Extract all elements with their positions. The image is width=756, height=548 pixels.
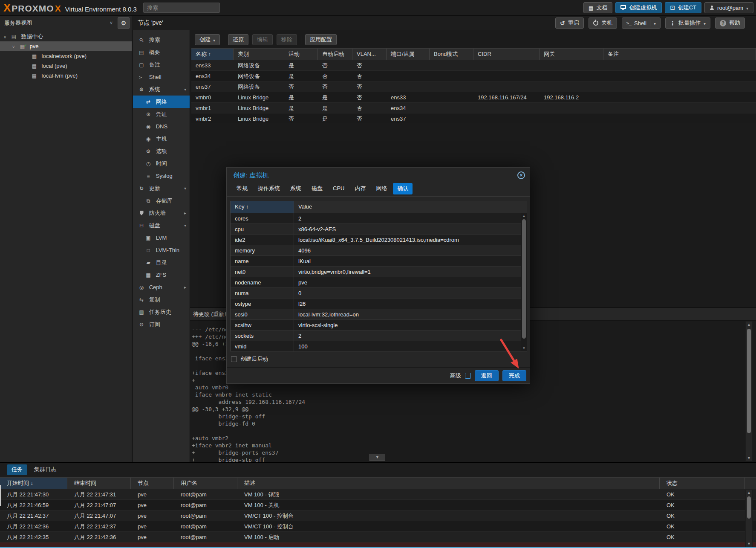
wizard-tab[interactable]: 操作系统 — [254, 183, 284, 194]
docs-button[interactable]: 文档 — [583, 2, 612, 13]
column-key[interactable]: Key ↑ — [231, 201, 294, 213]
network-row[interactable]: vmbr1 Linux Bridge 是 是 否 ens34 — [191, 103, 756, 113]
scroll-down-icon[interactable]: ▼ — [746, 541, 752, 547]
nav-item[interactable]: Shell — [133, 71, 190, 83]
nav-item[interactable]: 时间 — [133, 157, 190, 170]
nav-item[interactable]: DNS — [133, 120, 190, 133]
nav-item[interactable]: 复制 — [133, 293, 190, 306]
column-ports[interactable]: 端口/从属 — [387, 49, 430, 60]
user-menu-button[interactable]: root@pam — [704, 2, 753, 13]
task-row[interactable]: 八月 22 21:42:36 八月 22 21:42:37 pve root@p… — [0, 521, 756, 532]
tree-item[interactable]: local (pve) — [0, 61, 132, 71]
column-username[interactable]: 用户名 — [174, 478, 237, 489]
scroll-down-icon[interactable]: ▼ — [746, 455, 752, 461]
wizard-tab[interactable]: CPU — [329, 183, 349, 194]
tab-cluster-log[interactable]: 集群日志 — [29, 464, 61, 475]
task-row[interactable]: 八月 22 21:42:35 八月 22 21:42:36 pve root@p… — [0, 532, 756, 542]
create-vm-button[interactable]: 创建虚拟机 — [615, 2, 662, 13]
nav-item[interactable]: 搜索 — [133, 34, 190, 46]
create-button[interactable]: 创建 — [195, 34, 220, 45]
wizard-tab[interactable]: 系统 — [286, 183, 306, 194]
nav-item[interactable]: LVM-Thin — [133, 244, 190, 256]
nav-item[interactable]: Ceph ▸ — [133, 281, 190, 293]
tree-item[interactable]: localnetwork (pve) — [0, 51, 132, 61]
network-row[interactable]: ens34 网络设备 是 否 否 — [191, 71, 756, 81]
nav-item[interactable]: 订阅 — [133, 318, 190, 331]
tree-caret-icon[interactable]: ∨ — [3, 32, 10, 42]
network-row[interactable]: vmbr0 Linux Bridge 是 是 否 ens33 192.168.1… — [191, 92, 756, 103]
scrollbar-thumb[interactable] — [747, 329, 751, 433]
tree-item[interactable]: local-lvm (pve) — [0, 71, 132, 81]
kv-row[interactable]: numa 0 — [231, 288, 527, 299]
network-row[interactable]: vmbr2 Linux Bridge 否 是 否 ens37 — [191, 113, 756, 124]
tree-settings-button[interactable] — [118, 17, 130, 29]
remove-button[interactable]: 移除 — [277, 34, 297, 45]
task-row[interactable]: 八月 22 21:46:59 八月 22 21:47:07 pve root@p… — [0, 500, 756, 510]
column-type[interactable]: 类别 — [234, 49, 284, 60]
column-end-time[interactable]: 结束时间 — [67, 478, 131, 489]
nav-item[interactable]: 磁盘 ▾ — [133, 219, 190, 232]
start-after-created-checkbox[interactable] — [231, 356, 237, 362]
kv-row[interactable]: vmid 100 — [231, 341, 527, 352]
column-gateway[interactable]: 网关 — [540, 49, 603, 60]
help-button[interactable]: ? 帮助 — [715, 17, 745, 29]
scroll-corner-button[interactable]: ▼ — [369, 454, 385, 461]
column-comment[interactable]: 备注 — [603, 49, 756, 60]
revert-button[interactable]: 还原 — [228, 34, 248, 45]
scrollbar-thumb[interactable] — [747, 496, 751, 519]
back-button[interactable]: 返回 — [475, 370, 499, 381]
network-row[interactable]: ens33 网络设备 是 否 否 — [191, 60, 756, 71]
kv-row[interactable]: sockets 2 — [231, 331, 527, 341]
column-description[interactable]: 描述 — [237, 478, 660, 489]
tab-tasks[interactable]: 任务 — [7, 464, 27, 475]
column-active[interactable]: 活动 — [284, 49, 318, 60]
column-start-time[interactable]: 开始时间 ↓ — [0, 478, 67, 489]
nav-item[interactable]: LVM — [133, 232, 190, 244]
nav-item[interactable]: 网络 — [133, 96, 190, 108]
task-row[interactable]: 八月 22 21:42:37 八月 22 21:47:07 pve root@p… — [0, 510, 756, 521]
nav-item[interactable]: 凭证 — [133, 108, 190, 120]
kv-row[interactable]: cores 2 — [231, 213, 527, 224]
shutdown-button[interactable]: 关机 — [589, 17, 617, 29]
view-selector[interactable]: 服务器视图 ∨ — [0, 16, 132, 30]
task-row[interactable]: 八月 22 21:47:30 八月 22 21:47:31 pve root@p… — [0, 489, 756, 500]
column-status[interactable]: 状态 — [660, 478, 745, 489]
kv-row[interactable]: scsi0 local-lvm:32,iothread=on — [231, 309, 527, 320]
kv-row[interactable]: net0 virtio,bridge=vmbr0,firewall=1 — [231, 267, 527, 277]
nav-item[interactable]: ZFS — [133, 269, 190, 281]
column-autostart[interactable]: 自动启动 — [318, 49, 352, 60]
nav-item[interactable]: 概要 — [133, 46, 190, 58]
tree-item[interactable]: ∨ 数据中心 — [0, 32, 132, 41]
splitter-handle[interactable] — [0, 485, 1, 506]
column-bond-mode[interactable]: Bond模式 — [430, 49, 473, 60]
wizard-tab[interactable]: 常规 — [232, 183, 252, 194]
scroll-up-icon[interactable]: ▲ — [521, 213, 527, 219]
nav-item[interactable]: 更新 ▾ — [133, 182, 190, 194]
column-name[interactable]: 名称 ↑ — [191, 49, 234, 60]
apply-config-button[interactable]: 应用配置 — [305, 34, 337, 45]
advanced-checkbox[interactable] — [465, 373, 471, 379]
edit-button[interactable]: 编辑 — [252, 34, 273, 45]
nav-item[interactable]: 备注 — [133, 58, 190, 71]
wizard-tab[interactable]: 磁盘 — [307, 183, 327, 194]
kv-row[interactable]: scsihw virtio-scsi-single — [231, 320, 527, 331]
bulk-actions-button[interactable]: 批量操作 — [665, 17, 710, 29]
tasks-scrollbar[interactable]: ▲ ▼ — [745, 490, 753, 547]
column-vlan[interactable]: VLAN... — [352, 49, 387, 60]
global-search-input[interactable] — [143, 3, 220, 13]
pending-scrollbar[interactable]: ▲ ▼ — [745, 321, 753, 461]
wizard-tab[interactable]: 网络 — [372, 183, 391, 194]
nav-item[interactable]: 任务历史 — [133, 306, 190, 318]
reboot-button[interactable]: 重启 — [555, 17, 584, 29]
column-node[interactable]: 节点 — [131, 478, 174, 489]
create-ct-button[interactable]: 创建CT — [665, 2, 701, 13]
nav-item[interactable]: 存储库 — [133, 194, 190, 207]
scroll-up-icon[interactable]: ▲ — [746, 322, 752, 328]
kv-row[interactable]: nodename pve — [231, 277, 527, 288]
kv-row[interactable]: ide2 local:iso/iKuai8_x64_3.7.5_Build202… — [231, 235, 527, 245]
column-cidr[interactable]: CIDR — [473, 49, 540, 60]
scroll-up-icon[interactable]: ▲ — [746, 490, 752, 496]
shell-button[interactable]: Shell — [622, 17, 661, 29]
kv-scrollbar[interactable]: ▲ ▼ — [521, 213, 527, 351]
nav-item[interactable]: 主机 — [133, 133, 190, 145]
